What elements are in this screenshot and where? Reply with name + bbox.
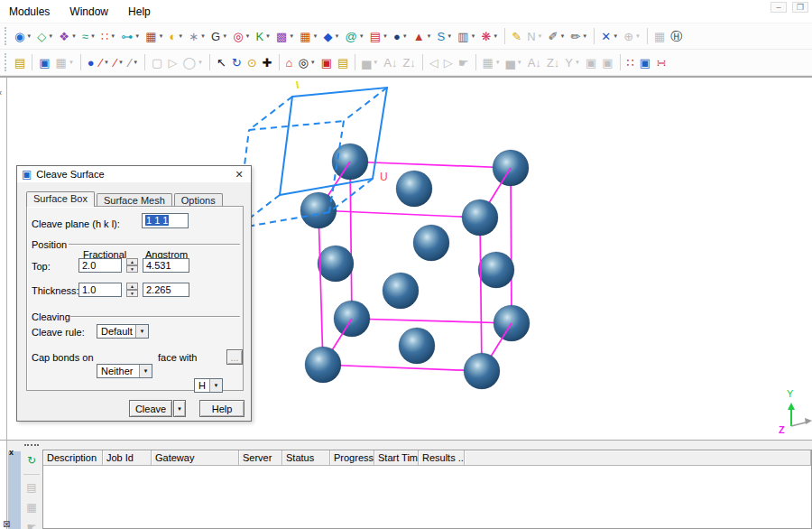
module-flow-icon[interactable]: S▼ [435,25,456,47]
cleave-plane-connector [344,88,387,121]
column-header-job-id[interactable]: Job Id [103,450,152,466]
help-button[interactable]: Help [199,400,245,417]
restore-icon[interactable]: ❐ [792,2,808,13]
spinner-up-icon[interactable]: ▲ [126,283,138,290]
sketch-bond-icon[interactable]: ∕▼ [97,51,112,73]
rotate-view-icon[interactable]: ↻ [229,51,245,73]
crystal-atom[interactable] [399,328,435,364]
chevron-down-icon[interactable]: ▼ [139,365,152,377]
center-view-icon[interactable]: ◎▼ [295,51,318,73]
adjust-hydrogen-icon[interactable]: ∕▼ [126,51,141,73]
module-visualizer-icon[interactable]: ◉▼ [12,25,34,47]
module-sphere-icon[interactable]: ●▼ [391,25,411,47]
module-orbit-icon[interactable]: ◎▼ [230,25,253,47]
module-morphology-icon[interactable]: ❋▼ [478,25,501,47]
selection-cursor-icon[interactable]: ↖ [214,51,229,73]
yellow-tick-mark [297,81,298,88]
toolbar-gripper[interactable] [5,27,9,45]
cap-bonds-dropdown[interactable]: Neither ▼ [97,364,152,378]
minimize-icon[interactable]: – [770,2,787,13]
column-header-server[interactable]: Server [239,450,282,466]
module-builder-icon[interactable]: ◇▼ [34,25,56,47]
top-angstrom-input[interactable]: 4.531 [143,258,189,273]
menu-help[interactable]: Help [128,5,151,18]
column-header-progress[interactable]: Progress [330,450,374,466]
module-layers-icon[interactable]: ▤▼ [367,25,391,47]
tab-surface-box[interactable]: Surface Box [26,191,95,207]
fit-view-icon[interactable]: ▣ [318,51,335,73]
chevron-down-icon[interactable]: ▼ [135,325,148,338]
module-hbond-icon[interactable]: ⊶▼ [118,25,143,47]
crystal-atom[interactable] [462,200,498,236]
module-balls-icon[interactable]: ◐▼ [166,25,186,47]
cleave-plane-dashed-edge [249,121,344,130]
abc-cube-labels-icon[interactable]: ▣ [637,51,653,73]
spinner-up-icon[interactable]: ▲ [126,258,138,265]
thickness-fractional-input[interactable]: 1.0 [78,283,122,297]
properties-explorer-icon[interactable]: ▤ [12,51,28,73]
cleave-rule-dropdown[interactable]: Default ▼ [97,324,149,339]
column-header-gateway[interactable]: Gateway [152,450,239,466]
crystal-atom[interactable] [318,246,354,282]
column-header-start-time[interactable]: Start Time [374,450,419,466]
crystal-atom[interactable] [464,353,500,389]
tab-surface-mesh[interactable]: Surface Mesh [97,193,172,207]
module-dft-icon[interactable]: ▦▼ [143,25,166,47]
cleave-plane-input[interactable]: 1 1 1 [142,213,189,228]
module-gaussian-icon[interactable]: G▼ [208,25,230,47]
crystal-atom[interactable] [478,252,514,288]
chevron-down-icon[interactable]: ▼ [209,379,222,392]
tab-options[interactable]: Options [174,193,223,207]
view-properties-icon[interactable]: ▤ [335,51,351,73]
cleave-dropdown-icon[interactable]: ▼ [173,400,186,417]
h-bracket-tool-icon[interactable]: Ⓗ [668,25,685,47]
panel-close-icon[interactable]: x [9,448,14,457]
module-report-icon[interactable]: ▥▼ [455,25,478,47]
crystal-atom[interactable] [305,347,341,383]
top-spinner[interactable]: ▲▼ [126,258,138,273]
add-atom-icon[interactable]: ● [85,51,97,73]
thickness-spinner[interactable]: ▲▼ [126,283,138,297]
face-with-dropdown[interactable]: H ▼ [194,378,223,393]
module-adsorption-icon[interactable]: @▼ [343,25,367,47]
column-header-results-[interactable]: Results ... [419,450,465,466]
crystal-atom[interactable] [383,273,419,309]
zoom-view-icon[interactable]: ⊙ [245,51,260,73]
module-kpoints-icon[interactable]: K▼ [253,25,273,47]
close-icon[interactable]: ✕ [232,168,246,181]
module-dmol-icon[interactable]: ∷▼ [98,25,118,47]
jobs-table-body[interactable] [43,466,811,528]
atom-label-dots-icon[interactable]: ∷ [624,51,637,73]
spinner-down-icon[interactable]: ▼ [126,290,138,297]
module-spectrum-icon[interactable]: ▲▼ [411,25,435,47]
module-forcite-icon[interactable]: ≈▼ [79,25,98,47]
cleave-button[interactable]: Cleave [129,400,172,417]
panel-drag-handle[interactable] [24,444,39,447]
sketch-ring-tool-icon[interactable]: ✐▼ [546,25,568,47]
adjust-bond-tool-icon[interactable]: ✕▼ [598,25,621,47]
sketch-atom-tool-icon[interactable]: ✎ [509,25,524,47]
toolbar-gripper[interactable] [5,53,9,71]
column-header-description[interactable]: Description [43,450,103,466]
display-style-icon[interactable]: ▣ [36,51,52,73]
module-amorphous-icon[interactable]: ❖▼ [56,25,79,47]
thickness-angstrom-input[interactable]: 2.265 [143,283,189,297]
sketch-bond-type-icon[interactable]: ∕▼ [112,51,126,73]
crystal-atom[interactable] [396,171,432,207]
refresh-jobs-icon[interactable]: ↻ [23,452,40,469]
module-cluster-icon[interactable]: ▩▼ [273,25,297,47]
top-fractional-input[interactable]: 2.0 [78,258,122,273]
menu-window[interactable]: Window [69,5,108,18]
home-view-icon[interactable]: ⌂ [283,51,296,73]
crystal-atom[interactable] [413,225,449,261]
menu-modules[interactable]: Modules [9,5,50,18]
column-header-status[interactable]: Status [282,450,330,466]
module-mesh-icon[interactable]: ∗▼ [186,25,208,47]
dialog-titlebar[interactable]: ▣ Cleave Surface ✕ [17,166,251,182]
atom-pair-labels-icon[interactable]: ∺ [653,51,669,73]
spinner-down-icon[interactable]: ▼ [126,265,138,273]
module-mosaic-icon[interactable]: ▦▼ [297,25,320,47]
translate-view-icon[interactable]: ✚ [260,51,275,73]
sketch-fragment-tool-icon[interactable]: ✏▼ [567,25,590,47]
module-diamond-icon[interactable]: ◆▼ [321,25,343,47]
